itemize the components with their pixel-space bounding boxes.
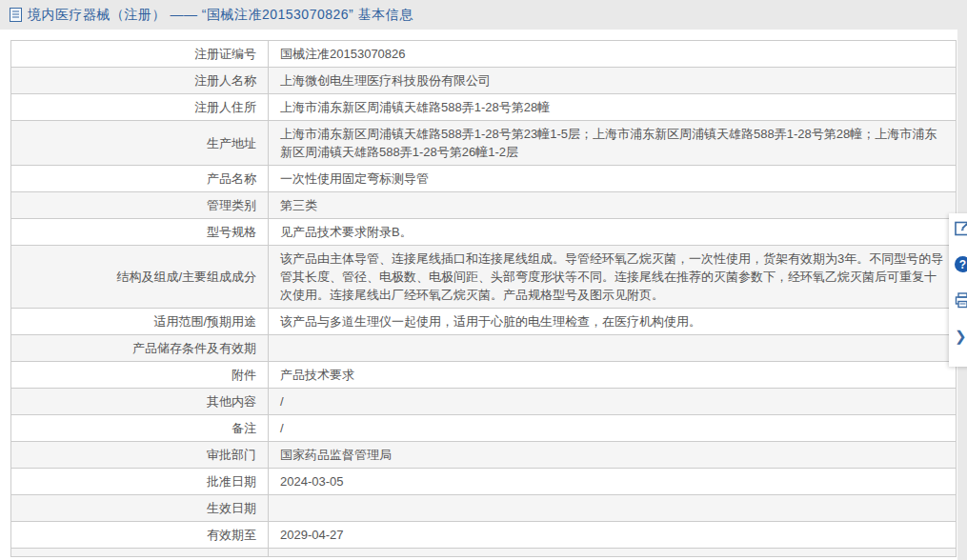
row-value: 该产品与多道生理仪一起使用，适用于心脏的电生理检查，在医疗机构使用。 <box>269 309 957 335</box>
collapse-icon[interactable]: ❯ <box>955 329 967 365</box>
row-label: 注册人住所 <box>11 94 269 121</box>
row-value: 国家药品监督管理局 <box>269 442 957 469</box>
row-label: 产品名称 <box>11 166 269 192</box>
page: 境内医疗器械（注册） —— “国械注准20153070826” 基本信息 注册证… <box>0 0 967 560</box>
row-label: 生效日期 <box>11 495 269 522</box>
table-row: 结构及组成/主要组成成分 该产品由主体导管、连接尾线插口和连接尾线组成。导管经环… <box>11 246 957 309</box>
table-row: 有效期至 2029-04-27 <box>11 522 957 549</box>
row-label: 审批部门 <box>11 442 269 469</box>
row-label: 型号规格 <box>11 219 269 246</box>
row-value <box>269 495 957 522</box>
row-value: 一次性使用固定弯标测导管 <box>269 166 957 192</box>
collapse-icon-glyph: ❯ <box>955 329 967 344</box>
row-label: 生产地址 <box>11 121 269 166</box>
row-label: 注册人名称 <box>11 68 269 94</box>
row-value: 2029-04-27 <box>269 522 957 549</box>
table-row: 型号规格 见产品技术要求附录B。 <box>11 219 957 246</box>
row-value: 上海市浦东新区周浦镇天雄路588弄1-28号第23幢1-5层；上海市浦东新区周浦… <box>269 121 957 166</box>
table-row <box>11 549 957 557</box>
help-icon[interactable]: ? <box>955 256 967 292</box>
row-label: 批准日期 <box>11 469 269 495</box>
row-value: / <box>269 389 957 415</box>
row-label: 适用范围/预期用途 <box>11 309 269 335</box>
table-row: 生产地址 上海市浦东新区周浦镇天雄路588弄1-28号第23幢1-5层；上海市浦… <box>11 121 957 166</box>
table-row: 管理类别 第三类 <box>11 192 957 219</box>
row-label: 附件 <box>11 362 269 389</box>
table-row: 附件 产品技术要求 <box>11 362 957 389</box>
row-value: 国械注准20153070826 <box>269 41 957 68</box>
table-row: 注册人住所 上海市浦东新区周浦镇天雄路588弄1-28号第28幢 <box>11 94 957 121</box>
content-panel: 注册证编号 国械注准20153070826 注册人名称 上海微创电生理医疗科技股… <box>0 30 957 560</box>
row-value: 第三类 <box>269 192 957 219</box>
page-title: 境内医疗器械（注册） —— “国械注准20153070826” 基本信息 <box>28 7 413 24</box>
table-row: 其他内容 / <box>11 389 957 415</box>
table-row: 生效日期 <box>11 495 957 522</box>
help-icon-glyph: ? <box>955 256 967 272</box>
row-label: 有效期至 <box>11 522 269 549</box>
row-value <box>269 549 957 557</box>
correction-icon[interactable] <box>955 220 967 256</box>
row-value <box>269 335 957 362</box>
row-label: 产品储存条件及有效期 <box>11 335 269 362</box>
title-bar: 境内医疗器械（注册） —— “国械注准20153070826” 基本信息 <box>0 0 967 30</box>
table-row: 产品储存条件及有效期 <box>11 335 957 362</box>
row-value: 该产品由主体导管、连接尾线插口和连接尾线组成。导管经环氧乙烷灭菌，一次性使用，货… <box>269 246 957 309</box>
row-label: 备注 <box>11 415 269 442</box>
row-label: 管理类别 <box>11 192 269 219</box>
table-row: 注册证编号 国械注准20153070826 <box>11 41 957 68</box>
row-value: 上海市浦东新区周浦镇天雄路588弄1-28号第28幢 <box>269 94 957 121</box>
table-row: 产品名称 一次性使用固定弯标测导管 <box>11 166 957 192</box>
table-row: 备注 / <box>11 415 957 442</box>
floating-side-toolbar: ? ❯ <box>949 213 967 367</box>
table-row: 适用范围/预期用途 该产品与多道生理仪一起使用，适用于心脏的电生理检查，在医疗机… <box>11 309 957 335</box>
print-icon[interactable] <box>955 292 967 329</box>
document-icon <box>10 8 22 22</box>
row-label: 结构及组成/主要组成成分 <box>11 246 269 309</box>
table-row: 注册人名称 上海微创电生理医疗科技股份有限公司 <box>11 68 957 94</box>
row-value: / <box>269 415 957 442</box>
row-value: 产品技术要求 <box>269 362 957 389</box>
row-value: 上海微创电生理医疗科技股份有限公司 <box>269 68 957 94</box>
table-row: 审批部门 国家药品监督管理局 <box>11 442 957 469</box>
row-label: 其他内容 <box>11 389 269 415</box>
row-value: 2024-03-05 <box>269 469 957 495</box>
table-row: 批准日期 2024-03-05 <box>11 469 957 495</box>
row-label: 注册证编号 <box>11 41 269 68</box>
registration-info-table: 注册证编号 国械注准20153070826 注册人名称 上海微创电生理医疗科技股… <box>10 40 957 557</box>
row-value: 见产品技术要求附录B。 <box>269 219 957 246</box>
row-label <box>11 549 269 557</box>
